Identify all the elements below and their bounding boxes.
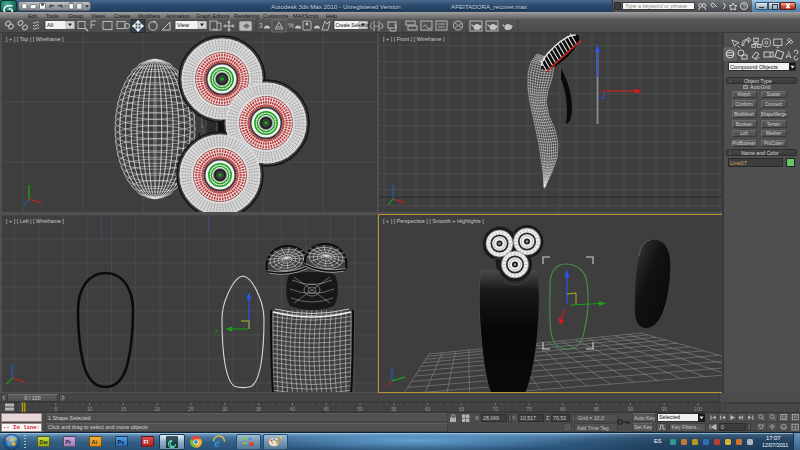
svg-text:View: View [177, 22, 190, 28]
svg-text:95: 95 [662, 407, 668, 412]
svg-text:35: 35 [256, 407, 262, 412]
svg-text:25: 25 [188, 407, 194, 412]
svg-text:[ + ] [ Left ] [ Wireframe ]: [ + ] [ Left ] [ Wireframe ] [6, 218, 64, 224]
svg-text:65: 65 [459, 407, 465, 412]
svg-text:100: 100 [694, 407, 702, 412]
svg-text:20: 20 [155, 407, 161, 412]
svg-text:All: All [47, 22, 53, 28]
svg-text:45: 45 [324, 407, 330, 412]
svg-text:%: % [288, 22, 294, 29]
svg-text:[ + ] [ Front ] [ Wireframe ]: [ + ] [ Front ] [ Wireframe ] [383, 36, 445, 42]
svg-text:5: 5 [54, 407, 57, 412]
svg-text:70: 70 [493, 407, 499, 412]
svg-text:85: 85 [594, 407, 600, 412]
svg-text:40: 40 [290, 407, 296, 412]
svg-text:3: 3 [259, 22, 263, 29]
svg-text:[ + ] [ Top ] [ Wireframe ]: [ + ] [ Top ] [ Wireframe ] [6, 36, 64, 42]
svg-text:30: 30 [222, 407, 228, 412]
svg-text:75: 75 [526, 407, 532, 412]
svg-text:55: 55 [391, 407, 397, 412]
svg-text:80: 80 [560, 407, 566, 412]
svg-text:90: 90 [628, 407, 634, 412]
svg-text:y: y [215, 327, 218, 333]
svg-text:50: 50 [357, 407, 363, 412]
svg-text:[ + ] [ Perspective ] [ Smooth: [ + ] [ Perspective ] [ Smooth + Highlig… [383, 218, 484, 224]
svg-text:15: 15 [121, 407, 127, 412]
svg-text:10: 10 [87, 407, 93, 412]
svg-text:60: 60 [425, 407, 431, 412]
